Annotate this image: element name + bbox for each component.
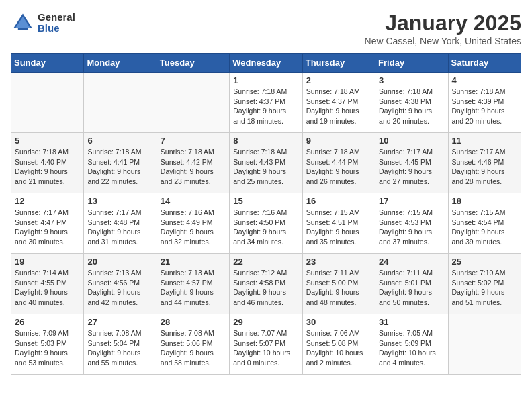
day-number: 8 [233,136,298,146]
calendar-cell: 7Sunrise: 7:18 AM Sunset: 4:42 PM Daylig… [157,133,229,193]
calendar-cell: 14Sunrise: 7:16 AM Sunset: 4:49 PM Dayli… [157,193,229,254]
calendar-cell: 30Sunrise: 7:06 AM Sunset: 5:08 PM Dayli… [302,314,375,375]
day-info: Sunrise: 7:07 AM Sunset: 5:07 PM Dayligh… [233,328,298,368]
calendar-cell: 23Sunrise: 7:11 AM Sunset: 5:00 PM Dayli… [302,254,375,314]
day-number: 1 [233,75,298,85]
day-header-friday: Friday [375,54,448,73]
calendar-cell: 29Sunrise: 7:07 AM Sunset: 5:07 PM Dayli… [230,314,302,375]
day-number: 2 [306,75,371,85]
day-number: 23 [306,257,371,267]
day-info: Sunrise: 7:17 AM Sunset: 4:48 PM Dayligh… [87,208,152,247]
calendar-cell: 2Sunrise: 7:18 AM Sunset: 4:37 PM Daylig… [302,73,375,133]
calendar-cell: 28Sunrise: 7:08 AM Sunset: 5:06 PM Dayli… [157,314,229,375]
day-number: 14 [161,196,226,206]
day-info: Sunrise: 7:18 AM Sunset: 4:40 PM Dayligh… [15,147,80,187]
day-info: Sunrise: 7:14 AM Sunset: 4:55 PM Dayligh… [15,268,80,308]
day-number: 7 [161,136,226,146]
day-number: 13 [87,196,152,206]
day-info: Sunrise: 7:05 AM Sunset: 5:09 PM Dayligh… [379,328,444,368]
day-info: Sunrise: 7:15 AM Sunset: 4:53 PM Dayligh… [379,208,444,247]
day-number: 21 [161,257,226,267]
day-header-thursday: Thursday [302,54,375,73]
logo-icon [11,11,35,35]
calendar-cell: 24Sunrise: 7:11 AM Sunset: 5:01 PM Dayli… [375,254,448,314]
day-info: Sunrise: 7:16 AM Sunset: 4:50 PM Dayligh… [233,208,298,247]
calendar-week-4: 19Sunrise: 7:14 AM Sunset: 4:55 PM Dayli… [11,254,521,314]
day-info: Sunrise: 7:08 AM Sunset: 5:04 PM Dayligh… [87,328,152,368]
day-number: 18 [452,196,517,206]
day-header-saturday: Saturday [448,54,521,73]
day-info: Sunrise: 7:08 AM Sunset: 5:06 PM Dayligh… [161,328,226,368]
day-info: Sunrise: 7:17 AM Sunset: 4:45 PM Dayligh… [379,147,444,187]
day-number: 26 [15,317,80,327]
day-info: Sunrise: 7:13 AM Sunset: 4:57 PM Dayligh… [161,268,226,308]
day-number: 4 [452,75,517,85]
calendar-cell: 3Sunrise: 7:18 AM Sunset: 4:38 PM Daylig… [375,73,448,133]
calendar-cell: 6Sunrise: 7:18 AM Sunset: 4:41 PM Daylig… [84,133,157,193]
day-info: Sunrise: 7:18 AM Sunset: 4:37 PM Dayligh… [306,87,371,126]
day-info: Sunrise: 7:18 AM Sunset: 4:37 PM Dayligh… [233,87,298,126]
calendar-cell: 4Sunrise: 7:18 AM Sunset: 4:39 PM Daylig… [448,73,521,133]
day-number: 28 [161,317,226,327]
day-number: 29 [233,317,298,327]
calendar-cell: 25Sunrise: 7:10 AM Sunset: 5:02 PM Dayli… [448,254,521,314]
calendar-cell: 10Sunrise: 7:17 AM Sunset: 4:45 PM Dayli… [375,133,448,193]
calendar-cell: 12Sunrise: 7:17 AM Sunset: 4:47 PM Dayli… [11,193,84,254]
calendar-cell: 15Sunrise: 7:16 AM Sunset: 4:50 PM Dayli… [230,193,302,254]
day-info: Sunrise: 7:17 AM Sunset: 4:46 PM Dayligh… [452,147,517,187]
calendar-cell: 21Sunrise: 7:13 AM Sunset: 4:57 PM Dayli… [157,254,229,314]
day-number: 27 [87,317,152,327]
day-number: 24 [379,257,444,267]
day-info: Sunrise: 7:18 AM Sunset: 4:38 PM Dayligh… [379,87,444,126]
day-info: Sunrise: 7:06 AM Sunset: 5:08 PM Dayligh… [306,328,371,368]
day-info: Sunrise: 7:09 AM Sunset: 5:03 PM Dayligh… [15,328,80,368]
page-header: General Blue January 2025 New Cassel, Ne… [11,11,521,46]
month-title: January 2025 [365,11,521,36]
day-number: 30 [306,317,371,327]
calendar-cell: 1Sunrise: 7:18 AM Sunset: 4:37 PM Daylig… [230,73,302,133]
calendar-cell [157,73,229,133]
title-block: January 2025 New Cassel, New York, Unite… [365,11,521,46]
svg-rect-2 [18,28,28,30]
day-info: Sunrise: 7:10 AM Sunset: 5:02 PM Dayligh… [452,268,517,308]
calendar-cell: 18Sunrise: 7:15 AM Sunset: 4:54 PM Dayli… [448,193,521,254]
calendar-week-5: 26Sunrise: 7:09 AM Sunset: 5:03 PM Dayli… [11,314,521,375]
day-number: 10 [379,136,444,146]
calendar-cell [84,73,157,133]
day-info: Sunrise: 7:15 AM Sunset: 4:54 PM Dayligh… [452,208,517,247]
day-header-wednesday: Wednesday [230,54,302,73]
day-number: 5 [15,136,80,146]
day-info: Sunrise: 7:18 AM Sunset: 4:43 PM Dayligh… [233,147,298,187]
day-number: 20 [87,257,152,267]
day-number: 17 [379,196,444,206]
calendar-cell: 22Sunrise: 7:12 AM Sunset: 4:58 PM Dayli… [230,254,302,314]
day-number: 22 [233,257,298,267]
calendar-cell: 13Sunrise: 7:17 AM Sunset: 4:48 PM Dayli… [84,193,157,254]
day-info: Sunrise: 7:12 AM Sunset: 4:58 PM Dayligh… [233,268,298,308]
day-number: 9 [306,136,371,146]
calendar-cell: 20Sunrise: 7:13 AM Sunset: 4:56 PM Dayli… [84,254,157,314]
day-info: Sunrise: 7:11 AM Sunset: 5:00 PM Dayligh… [306,268,371,308]
day-info: Sunrise: 7:16 AM Sunset: 4:49 PM Dayligh… [161,208,226,247]
day-number: 25 [452,257,517,267]
day-info: Sunrise: 7:18 AM Sunset: 4:42 PM Dayligh… [161,147,226,187]
day-info: Sunrise: 7:11 AM Sunset: 5:01 PM Dayligh… [379,268,444,308]
logo-general-text: General [38,12,75,24]
day-header-tuesday: Tuesday [157,54,229,73]
calendar-cell: 11Sunrise: 7:17 AM Sunset: 4:46 PM Dayli… [448,133,521,193]
calendar-cell: 5Sunrise: 7:18 AM Sunset: 4:40 PM Daylig… [11,133,84,193]
calendar-cell: 16Sunrise: 7:15 AM Sunset: 4:51 PM Dayli… [302,193,375,254]
calendar-cell: 8Sunrise: 7:18 AM Sunset: 4:43 PM Daylig… [230,133,302,193]
day-number: 12 [15,196,80,206]
calendar-cell [448,314,521,375]
logo-blue-text: Blue [38,23,75,34]
day-info: Sunrise: 7:17 AM Sunset: 4:47 PM Dayligh… [15,208,80,247]
day-info: Sunrise: 7:18 AM Sunset: 4:39 PM Dayligh… [452,87,517,126]
calendar-week-2: 5Sunrise: 7:18 AM Sunset: 4:40 PM Daylig… [11,133,521,193]
day-info: Sunrise: 7:18 AM Sunset: 4:41 PM Dayligh… [87,147,152,187]
calendar-cell [11,73,84,133]
calendar-week-1: 1Sunrise: 7:18 AM Sunset: 4:37 PM Daylig… [11,73,521,133]
day-number: 16 [306,196,371,206]
calendar-cell: 31Sunrise: 7:05 AM Sunset: 5:09 PM Dayli… [375,314,448,375]
day-info: Sunrise: 7:15 AM Sunset: 4:51 PM Dayligh… [306,208,371,247]
